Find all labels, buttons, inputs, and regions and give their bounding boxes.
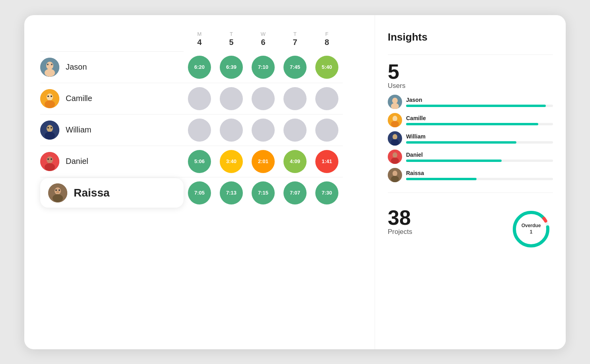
user-bar-info-daniel: Daniel xyxy=(406,152,553,162)
user-cell-william[interactable]: William xyxy=(40,115,184,146)
time-bubble-camille-f xyxy=(315,87,338,110)
avatar-william xyxy=(40,121,59,140)
time-cell-daniel-t1[interactable]: 3:40 xyxy=(215,146,247,177)
time-bubble-camille-t1 xyxy=(220,87,243,110)
time-cell-daniel-f[interactable]: 1:41 xyxy=(311,146,343,177)
time-bubble-jason-t1: 6:39 xyxy=(220,56,243,79)
bar-track-jason xyxy=(406,105,553,107)
svg-point-6 xyxy=(47,93,53,101)
svg-point-33 xyxy=(393,134,397,140)
insights-title: Insights xyxy=(388,31,553,43)
user-bar-info-camille: Camille xyxy=(406,115,553,125)
user-bar-avatar-daniel xyxy=(388,150,402,164)
time-cell-raissa-m[interactable]: 7:05 xyxy=(184,177,215,208)
schedule-grid: M 4 T 5 W 6 T 7 F 8 xyxy=(40,31,367,208)
time-cell-william-t1 xyxy=(215,115,247,146)
bar-fill-camille xyxy=(406,123,538,125)
user-bar-info-jason: Jason xyxy=(406,97,553,107)
user-cell-raissa[interactable]: Raissa xyxy=(40,178,184,208)
svg-point-24 xyxy=(59,189,60,191)
time-cell-raissa-w[interactable]: 7:15 xyxy=(247,177,279,208)
user-cell-daniel[interactable]: Daniel xyxy=(40,146,184,177)
time-bubble-william-f xyxy=(315,119,338,142)
bar-track-daniel xyxy=(406,160,553,162)
svg-point-22 xyxy=(53,194,63,202)
time-cell-daniel-w[interactable]: 2:01 xyxy=(247,146,279,177)
time-cell-william-f xyxy=(311,115,343,146)
svg-point-25 xyxy=(56,191,59,193)
user-bar-jason[interactable]: Jason xyxy=(388,95,553,109)
user-cell-camille[interactable]: Camille xyxy=(40,83,184,115)
projects-label: Projects xyxy=(388,228,412,236)
time-bubble-raissa-t2: 7:07 xyxy=(283,181,307,204)
svg-point-1 xyxy=(46,62,53,70)
user-bar-camille[interactable]: Camille xyxy=(388,113,553,127)
bar-fill-daniel xyxy=(406,160,502,162)
time-cell-jason-t2[interactable]: 7:45 xyxy=(279,52,311,83)
time-cell-jason-t1[interactable]: 6:39 xyxy=(215,52,247,83)
time-bubble-jason-f: 5:40 xyxy=(315,56,338,79)
bar-track-william xyxy=(406,141,553,144)
svg-point-7 xyxy=(45,100,55,108)
day-num-4: 4 xyxy=(197,38,201,47)
user-bar-raissa[interactable]: Raissa xyxy=(388,168,553,182)
time-cell-jason-f[interactable]: 5:40 xyxy=(311,52,343,83)
bar-fill-raissa xyxy=(406,178,477,180)
time-cell-camille-t2 xyxy=(279,83,311,115)
time-cell-raissa-f[interactable]: 7:30 xyxy=(311,177,343,208)
bar-name-jason: Jason xyxy=(406,97,553,103)
time-cell-raissa-t2[interactable]: 7:07 xyxy=(279,177,311,208)
svg-point-19 xyxy=(51,158,52,160)
time-bubble-raissa-m: 7:05 xyxy=(188,181,211,204)
time-cell-camille-m xyxy=(184,83,215,115)
day-letter-w: W xyxy=(261,31,266,37)
main-card: M 4 T 5 W 6 T 7 F 8 xyxy=(24,15,566,349)
overdue-count: 1 xyxy=(530,229,533,235)
svg-point-37 xyxy=(391,158,399,164)
svg-point-3 xyxy=(47,64,49,65)
time-cell-camille-w xyxy=(247,83,279,115)
time-bubble-daniel-t1: 3:40 xyxy=(220,150,243,173)
time-cell-daniel-m[interactable]: 5:06 xyxy=(184,146,215,177)
user-cell-jason[interactable]: Jason xyxy=(40,52,184,83)
time-cell-william-w xyxy=(247,115,279,146)
bar-fill-jason xyxy=(406,105,546,107)
time-bubble-jason-t2: 7:45 xyxy=(283,56,307,79)
user-name-camille: Camille xyxy=(66,94,92,103)
bar-track-raissa xyxy=(406,178,553,180)
user-name-jason: Jason xyxy=(66,62,87,72)
overdue-text: Overdue xyxy=(522,223,541,228)
time-cell-william-t2 xyxy=(279,115,311,146)
bar-track-camille xyxy=(406,123,553,125)
projects-left: 38 Projects xyxy=(388,207,412,241)
user-bar-daniel[interactable]: Daniel xyxy=(388,150,553,164)
day-header-t1: T 5 xyxy=(215,31,247,52)
users-label: Users xyxy=(388,82,553,90)
svg-point-2 xyxy=(45,69,55,77)
user-bar-avatar-jason xyxy=(388,95,402,109)
svg-point-31 xyxy=(391,121,399,127)
svg-point-36 xyxy=(393,152,397,158)
svg-point-21 xyxy=(55,187,61,195)
svg-point-11 xyxy=(47,125,53,132)
user-name-william: William xyxy=(66,125,91,134)
time-bubble-william-t2 xyxy=(283,119,307,142)
svg-point-12 xyxy=(45,132,55,140)
time-cell-camille-t1 xyxy=(215,83,247,115)
time-cell-jason-w[interactable]: 7:10 xyxy=(247,52,279,83)
time-cell-jason-m[interactable]: 6:20 xyxy=(184,52,215,83)
time-cell-daniel-t2[interactable]: 4:09 xyxy=(279,146,311,177)
user-bar-info-william: William xyxy=(406,133,553,144)
user-bar-william[interactable]: William xyxy=(388,131,553,146)
avatar-raissa xyxy=(48,183,67,202)
overdue-donut: Overdue 1 xyxy=(509,207,553,251)
svg-point-8 xyxy=(47,95,49,97)
day-num-5: 5 xyxy=(229,38,233,47)
header-spacer xyxy=(40,31,184,52)
time-bubble-raissa-w: 7:15 xyxy=(252,181,275,204)
svg-point-30 xyxy=(393,116,397,121)
svg-point-17 xyxy=(45,163,55,171)
svg-point-18 xyxy=(47,158,49,160)
time-cell-raissa-t1[interactable]: 7:13 xyxy=(215,177,247,208)
day-header-w: W 6 xyxy=(247,31,279,52)
